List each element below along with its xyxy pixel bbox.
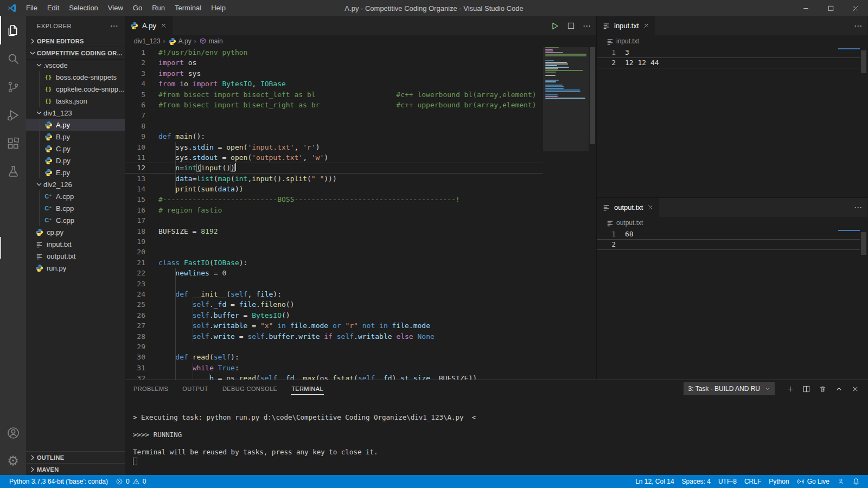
code-line[interactable]: 27 self.writable = "x" in file.mode or "… [125,320,543,331]
testing-icon[interactable] [0,157,26,185]
panel-tab-output[interactable]: OUTPUT [182,382,209,394]
code-line[interactable]: 10 sys.stdin = open('input.txt', 'r') [125,142,543,152]
close-tab-icon[interactable] [160,22,167,29]
tree-item-tasks-json[interactable]: {}tasks.json [26,95,125,107]
split-editor-icon[interactable] [567,22,575,30]
code-line[interactable]: 11 sys.stdout = open('output.txt', 'w') [125,152,543,163]
code-line[interactable]: 7 [125,110,543,120]
language-mode-status[interactable]: Python [765,475,793,488]
code-line[interactable]: 25 self._fd = file.fileno() [125,299,543,310]
scrollbar-thumb[interactable] [861,232,866,255]
extensions-icon[interactable] [0,129,26,157]
menu-run[interactable]: Run [147,0,170,16]
code-line[interactable]: 4from io import BytesIO, IOBase [125,79,543,89]
go-live-status[interactable]: Go Live [793,475,833,488]
open-editors-section[interactable]: OPEN EDITORS [26,35,125,47]
live-share-status[interactable] [833,475,848,488]
code-line[interactable]: 30 def read(self): [125,352,543,362]
close-tab-icon[interactable] [647,204,654,211]
problems-status[interactable]: 0 0 [112,475,150,488]
new-terminal-icon[interactable] [786,385,794,393]
tree-item-boss-code-snippets[interactable]: {}boss.code-snippets [26,71,125,83]
menu-edit[interactable]: Edit [42,0,64,16]
code-line[interactable]: 6#from bisect import bisect_right as br … [125,100,543,110]
scrollbar-thumb[interactable] [590,47,595,144]
workspace-root-section[interactable]: COMPETITIVE CODING OR... [26,47,125,59]
breadcrumb[interactable]: output.txt [597,217,867,229]
menu-terminal[interactable]: Terminal [170,0,206,16]
run-debug-icon[interactable] [0,101,26,129]
code-line[interactable]: 2 [597,239,860,249]
tree-item-a-py[interactable]: A.py [26,119,125,131]
code-line[interactable]: 20 [125,247,543,257]
code-line[interactable]: 14 print(sum(data)) [125,184,543,194]
tree-item-c-py[interactable]: C.py [26,143,125,155]
code-editor[interactable]: 1#!/usr/bin/env python2import os3import … [125,47,596,380]
menu-view[interactable]: View [103,0,128,16]
code-line[interactable]: 5#from bisect import bisect_left as bl #… [125,89,543,100]
code-line[interactable]: 32 b = os.read(self._fd, max(os.fstat(se… [125,373,543,380]
code-line[interactable]: 16# region fastio [125,205,543,215]
outline-section[interactable]: OUTLINE [26,451,125,463]
breadcrumb-item-main[interactable]: main [199,37,223,45]
editor-more-actions-icon[interactable]: ⋯ [854,21,862,31]
code-line[interactable]: 28 self.write = self.buffer.write if sel… [125,331,543,342]
breadcrumb[interactable]: input.txt [597,35,867,47]
tree-item-cp-py[interactable]: cp.py [26,226,125,238]
menu-help[interactable]: Help [206,0,231,16]
code-line[interactable]: 1#!/usr/bin/env python [125,47,543,57]
minimap[interactable] [543,47,589,380]
code-line[interactable]: 13 [597,47,860,57]
explorer-icon[interactable] [0,16,26,44]
terminal-selector-dropdown[interactable]: 3: Task - BUILD AND RU [684,382,775,395]
code-line[interactable]: 3import sys [125,68,543,79]
tree-item-b-py[interactable]: B.py [26,131,125,143]
editor-scrollbar[interactable] [860,47,867,197]
editor-more-actions-icon[interactable]: ⋯ [854,203,862,213]
tree-item-output-txt[interactable]: output.txt [26,250,125,262]
scrollbar-thumb[interactable] [861,50,866,73]
tab-input-txt[interactable]: input.txt [597,16,655,35]
python-interpreter-status[interactable]: Python 3.7.3 64-bit ('base': conda) [5,475,112,488]
editor-scrollbar[interactable] [860,229,867,380]
breadcrumb-item-a-py[interactable]: A.py [168,37,192,46]
account-icon[interactable] [0,419,26,447]
eol-status[interactable]: CRLF [741,475,765,488]
tab-a-py[interactable]: A.py [125,16,173,35]
tree-item-c-cpp[interactable]: C⁺C.cpp [26,214,125,226]
code-line[interactable]: 17 [125,215,543,226]
split-terminal-icon[interactable] [802,385,810,393]
source-control-icon[interactable] [0,73,26,101]
code-line[interactable]: 15#---------------------------BOSS------… [125,194,543,204]
code-line[interactable]: 12 n=int(input()) [125,163,543,173]
close-tab-icon[interactable] [643,22,650,29]
encoding-status[interactable]: UTF-8 [714,475,741,488]
code-line[interactable]: 8 [125,121,543,131]
tab-output-txt[interactable]: output.txt [597,198,659,217]
code-line[interactable]: 168 [597,229,860,239]
code-line[interactable]: 21class FastIO(IOBase): [125,258,543,268]
run-python-file-button[interactable] [551,22,559,30]
code-line[interactable]: 23 [125,279,543,289]
code-line[interactable]: 18BUFSIZE = 8192 [125,226,543,236]
code-line[interactable]: 2import os [125,57,543,68]
tree-item-e-py[interactable]: E.py [26,166,125,178]
close-window-button[interactable] [843,0,868,16]
code-line[interactable]: 26 self.buffer = BytesIO() [125,310,543,320]
tree-item-input-txt[interactable]: input.txt [26,238,125,250]
editor-more-actions-icon[interactable]: ⋯ [583,21,591,31]
close-panel-icon[interactable] [851,385,859,393]
menu-selection[interactable]: Selection [64,0,103,16]
search-icon[interactable] [0,44,26,73]
maximize-button[interactable] [818,0,843,16]
tree-item-run-py[interactable]: run.py [26,262,125,274]
input-txt-editor[interactable]: 13212 12 44 [597,47,867,197]
code-line[interactable]: 212 12 44 [597,57,860,68]
tree-item-d-py[interactable]: D.py [26,155,125,166]
kill-terminal-icon[interactable] [819,385,827,393]
code-line[interactable]: 22 newlines = 0 [125,268,543,278]
code-line[interactable]: 31 while True: [125,363,543,373]
breadcrumb-item-div1-123[interactable]: div1_123 [134,37,161,45]
tree-folder--vscode[interactable]: .vscode [26,59,125,71]
explorer-more-actions-icon[interactable]: ⋯ [110,21,119,31]
